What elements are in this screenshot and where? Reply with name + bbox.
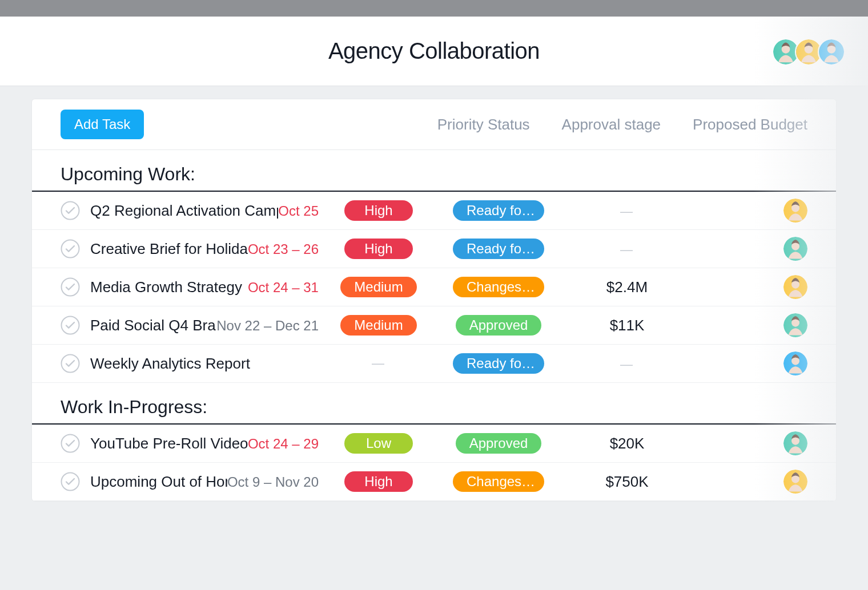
priority-cell: High [319, 471, 439, 492]
svg-point-9 [62, 240, 79, 258]
priority-pill[interactable]: Low [344, 433, 413, 454]
task-row[interactable]: YouTube Pre-Roll Video SOct 24 – 29LowAp… [32, 425, 836, 463]
svg-point-18 [62, 355, 79, 373]
svg-point-21 [62, 435, 79, 452]
task-name-cell: Weekly Analytics Report [90, 355, 319, 373]
svg-point-24 [62, 473, 79, 491]
assignee-avatar[interactable] [783, 470, 807, 494]
column-header-budget: Proposed Budget [693, 116, 807, 134]
complete-check-icon[interactable] [61, 472, 80, 491]
priority-cell: Medium [319, 315, 439, 336]
approval-pill[interactable]: Ready fo… [453, 353, 544, 374]
assignee-cell [773, 313, 807, 337]
task-row[interactable]: Media Growth StrategyOct 24 – 31MediumCh… [32, 268, 836, 306]
priority-pill[interactable]: High [344, 200, 413, 221]
section-title: Upcoming Work: [32, 150, 836, 192]
svg-point-6 [62, 202, 79, 220]
assignee-avatar[interactable] [783, 431, 807, 455]
task-date: Oct 25 [278, 203, 319, 219]
approval-cell: Ready fo… [439, 200, 558, 221]
budget-cell: — [558, 202, 696, 220]
task-name-cell: Media Growth StrategyOct 24 – 31 [90, 278, 319, 296]
task-name: Upcoming Out of Hom [90, 473, 227, 491]
priority-cell: — [319, 356, 439, 371]
approval-cell: Approved [439, 315, 558, 336]
complete-check-icon[interactable] [61, 354, 80, 373]
priority-cell: Low [319, 433, 439, 454]
task-name: Q2 Regional Activation Camp [90, 202, 278, 220]
approval-cell: Changes… [439, 277, 558, 297]
column-headers: Priority Status Approval stage Proposed … [437, 116, 807, 134]
priority-cell: High [319, 200, 439, 221]
approval-pill[interactable]: Ready fo… [453, 239, 544, 259]
assignee-avatar[interactable] [783, 199, 807, 223]
member-avatar[interactable] [818, 38, 845, 66]
task-list-card: Add Task Priority Status Approval stage … [31, 99, 837, 502]
complete-check-icon[interactable] [61, 316, 80, 335]
task-date: Nov 22 – Dec 21 [216, 318, 319, 334]
approval-pill[interactable]: Ready fo… [453, 200, 544, 221]
task-name: YouTube Pre-Roll Video S [90, 435, 248, 452]
assignee-cell [773, 351, 807, 375]
budget-empty: — [620, 243, 634, 257]
member-avatar-stack [777, 38, 845, 66]
task-row[interactable]: Weekly Analytics Report—Ready fo…— [32, 345, 836, 383]
assignee-cell [773, 199, 807, 223]
complete-check-icon[interactable] [61, 277, 80, 297]
complete-check-icon[interactable] [61, 434, 80, 453]
task-date: Oct 24 – 31 [248, 280, 319, 296]
assignee-avatar[interactable] [783, 351, 807, 375]
task-name-cell: Upcoming Out of HomOct 9 – Nov 20 [90, 473, 319, 491]
assignee-avatar[interactable] [783, 275, 807, 299]
section-title: Work In-Progress: [32, 383, 836, 425]
task-name: Paid Social Q4 Brand [90, 317, 216, 334]
task-name-cell: YouTube Pre-Roll Video SOct 24 – 29 [90, 435, 319, 452]
complete-check-icon[interactable] [61, 239, 80, 258]
add-task-button[interactable]: Add Task [61, 110, 144, 139]
card-toolbar: Add Task Priority Status Approval stage … [32, 99, 836, 150]
task-row[interactable]: Upcoming Out of HomOct 9 – Nov 20HighCha… [32, 463, 836, 501]
priority-empty: — [372, 356, 385, 371]
task-name: Media Growth Strategy [90, 278, 248, 296]
approval-cell: Approved [439, 433, 558, 454]
budget-cell: $20K [558, 435, 696, 452]
budget-empty: — [620, 357, 634, 371]
budget-cell: $2.4M [558, 278, 696, 296]
task-date: Oct 24 – 29 [248, 436, 319, 452]
assignee-avatar[interactable] [783, 237, 807, 261]
assignee-cell [773, 237, 807, 261]
task-name-cell: Paid Social Q4 BrandNov 22 – Dec 21 [90, 317, 319, 334]
budget-empty: — [620, 204, 634, 219]
approval-pill[interactable]: Approved [456, 315, 542, 336]
task-name: Creative Brief for Holiday [90, 240, 248, 258]
budget-cell: $750K [558, 473, 696, 491]
priority-cell: High [319, 239, 439, 259]
budget-cell: — [558, 355, 696, 373]
complete-check-icon[interactable] [61, 201, 80, 220]
budget-cell: — [558, 240, 696, 258]
budget-cell: $11K [558, 317, 696, 334]
task-row[interactable]: Q2 Regional Activation CampOct 25HighRea… [32, 192, 836, 230]
task-name: Weekly Analytics Report [90, 355, 256, 373]
approval-cell: Changes… [439, 471, 558, 492]
assignee-avatar[interactable] [783, 313, 807, 337]
svg-point-15 [62, 317, 79, 334]
task-row[interactable]: Creative Brief for HolidayOct 23 – 26Hig… [32, 230, 836, 268]
page-header: Agency Collaboration [0, 17, 868, 86]
assignee-cell [773, 275, 807, 299]
priority-pill[interactable]: High [344, 239, 413, 259]
task-date: Oct 9 – Nov 20 [227, 474, 319, 490]
column-header-approval: Approval stage [562, 116, 661, 134]
approval-cell: Ready fo… [439, 353, 558, 374]
approval-pill[interactable]: Changes… [453, 277, 544, 297]
priority-pill[interactable]: High [344, 471, 413, 492]
column-header-priority: Priority Status [437, 116, 530, 134]
approval-pill[interactable]: Approved [456, 433, 542, 454]
approval-pill[interactable]: Changes… [453, 471, 544, 492]
priority-pill[interactable]: Medium [340, 277, 416, 297]
task-date: Oct 23 – 26 [248, 241, 319, 257]
approval-cell: Ready fo… [439, 239, 558, 259]
task-row[interactable]: Paid Social Q4 BrandNov 22 – Dec 21Mediu… [32, 306, 836, 345]
priority-pill[interactable]: Medium [340, 315, 416, 336]
assignee-cell [773, 470, 807, 494]
